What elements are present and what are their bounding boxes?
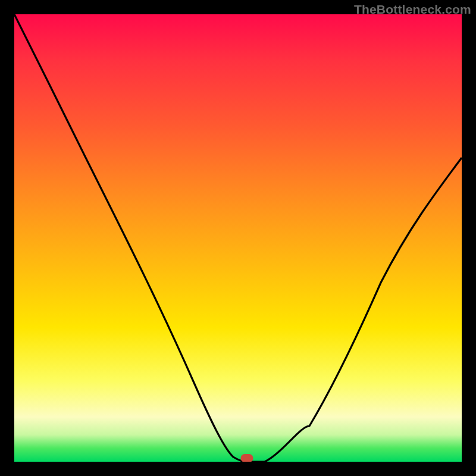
- plot-area: [14, 14, 462, 462]
- chart-canvas: TheBottleneck.com: [0, 0, 476, 476]
- bottleneck-curve: [14, 14, 462, 462]
- optimal-point-marker: [241, 454, 253, 462]
